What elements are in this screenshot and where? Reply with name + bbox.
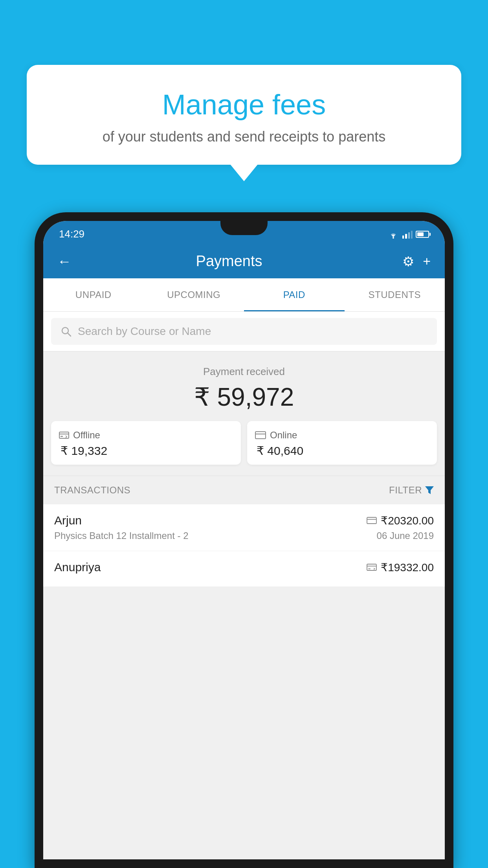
tab-bar: UNPAID UPCOMING PAID STUDENTS	[43, 278, 445, 312]
payment-label: Payment received	[51, 366, 437, 378]
tab-students[interactable]: STUDENTS	[345, 278, 445, 311]
transactions-header: TRANSACTIONS FILTER	[43, 476, 445, 504]
tab-unpaid[interactable]: UNPAID	[43, 278, 144, 311]
svg-rect-9	[367, 517, 376, 524]
tab-paid[interactable]: PAID	[244, 278, 345, 311]
transaction-amount-2: ₹19332.00	[381, 561, 434, 574]
transaction-row-1: Arjun ₹20320.00	[54, 514, 434, 527]
svg-marker-8	[425, 486, 434, 494]
online-label: Online	[270, 430, 297, 441]
search-box[interactable]: Search by Course or Name	[51, 318, 437, 345]
transaction-name-1: Arjun	[54, 514, 82, 527]
speech-bubble: Manage fees of your students and send re…	[27, 65, 461, 165]
transaction-date-1: 06 June 2019	[377, 530, 434, 541]
status-time: 14:29	[59, 228, 84, 240]
transaction-detail-1: Physics Batch 12 Installment - 2 06 June…	[54, 530, 434, 541]
transaction-course-1: Physics Batch 12 Installment - 2	[54, 530, 188, 541]
svg-line-2	[68, 333, 71, 336]
svg-rect-6	[255, 432, 266, 439]
phone-screen: 14:29	[43, 221, 445, 859]
page-title: Payments	[56, 253, 402, 270]
bubble-title: Manage fees	[42, 88, 446, 121]
payment-summary: Payment received ₹ 59,972 Offline ₹ 19,3…	[43, 351, 445, 476]
bubble-subtitle: of your students and send receipts to pa…	[42, 129, 446, 145]
wifi-icon	[387, 230, 399, 239]
online-transaction-icon	[367, 517, 377, 524]
svg-rect-11	[367, 564, 376, 570]
transaction-item[interactable]: Arjun ₹20320.00 Physics Batch 12 Install…	[43, 504, 445, 551]
transaction-item-2[interactable]: Anupriya ₹19332.00	[43, 551, 445, 587]
transaction-amount-wrap-1: ₹20320.00	[367, 514, 434, 527]
online-card: Online ₹ 40,640	[247, 421, 437, 465]
online-amount: ₹ 40,640	[255, 444, 303, 458]
app-header: ← Payments ⚙ +	[43, 244, 445, 278]
offline-amount: ₹ 19,332	[59, 444, 107, 458]
phone-mockup: 14:29	[35, 212, 453, 868]
filter-label: FILTER	[389, 485, 422, 496]
filter-icon	[425, 486, 434, 494]
online-icon	[255, 431, 266, 439]
header-actions: ⚙ +	[402, 254, 431, 269]
transaction-amount-1: ₹20320.00	[381, 514, 434, 527]
status-icons	[387, 230, 429, 239]
transaction-name-2: Anupriya	[54, 561, 101, 574]
add-button[interactable]: +	[423, 254, 431, 269]
search-container: Search by Course or Name	[43, 312, 445, 351]
online-card-header: Online	[255, 430, 297, 441]
svg-rect-3	[59, 432, 69, 438]
status-bar: 14:29	[43, 221, 445, 244]
transaction-row-2: Anupriya ₹19332.00	[54, 561, 434, 574]
search-placeholder: Search by Course or Name	[78, 325, 211, 338]
offline-card: Offline ₹ 19,332	[51, 421, 241, 465]
offline-card-header: Offline	[59, 430, 100, 441]
search-icon	[61, 326, 72, 337]
svg-point-0	[393, 237, 394, 239]
offline-icon	[59, 431, 69, 440]
payment-cards: Offline ₹ 19,332 Online ₹ 40,640	[51, 421, 437, 465]
settings-button[interactable]: ⚙	[402, 254, 414, 269]
offline-transaction-icon	[367, 563, 377, 571]
tab-upcoming[interactable]: UPCOMING	[144, 278, 244, 311]
filter-button[interactable]: FILTER	[389, 485, 434, 496]
offline-label: Offline	[73, 430, 100, 441]
signal-icon	[402, 230, 413, 239]
phone-notch	[220, 221, 268, 235]
battery-icon	[416, 231, 429, 238]
payment-amount: ₹ 59,972	[51, 383, 437, 412]
transactions-label: TRANSACTIONS	[54, 485, 130, 496]
transaction-amount-wrap-2: ₹19332.00	[367, 561, 434, 574]
